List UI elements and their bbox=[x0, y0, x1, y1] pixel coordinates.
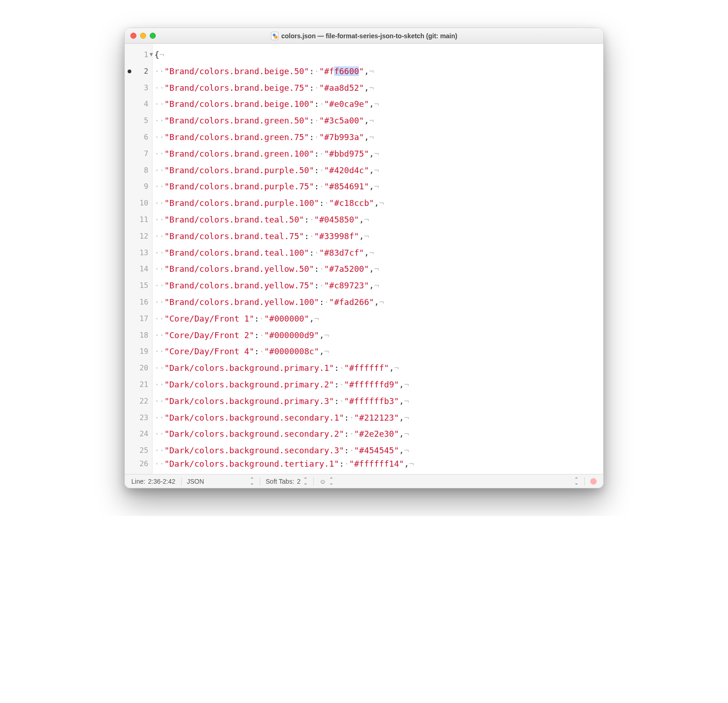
file-icon bbox=[271, 32, 278, 40]
code-area[interactable]: {¬··"Brand/colors.brand.beige.50":·"#ff6… bbox=[153, 44, 603, 474]
line-number[interactable]: 4 bbox=[125, 96, 152, 112]
code-line[interactable]: ··"Brand/colors.brand.beige.100":·"#e0ca… bbox=[153, 96, 603, 112]
line-number[interactable]: 6 bbox=[125, 129, 152, 146]
code-line[interactable]: ··"Core/Day/Front 2":·"#000000d9",¬ bbox=[153, 327, 603, 344]
code-line[interactable]: ··"Brand/colors.brand.teal.50":·"#045850… bbox=[153, 211, 603, 228]
tabs-stepper-icon[interactable]: ⌃⌄ bbox=[303, 478, 308, 485]
line-number[interactable]: 7 bbox=[125, 146, 152, 162]
modified-dot-icon bbox=[128, 70, 131, 73]
line-number[interactable]: 20 bbox=[125, 360, 152, 376]
minimize-icon[interactable] bbox=[140, 33, 146, 39]
line-number[interactable]: 14 bbox=[125, 261, 152, 277]
code-line[interactable]: ··"Dark/colors.background.secondary.3":·… bbox=[153, 442, 603, 459]
line-number[interactable]: 24 bbox=[125, 426, 152, 442]
zoom-icon[interactable] bbox=[150, 33, 156, 39]
line-number[interactable]: 5 bbox=[125, 112, 152, 129]
window-title-text: colors.json — file-format-series-json-to… bbox=[282, 32, 458, 40]
code-line[interactable]: ··"Dark/colors.background.primary.1":·"#… bbox=[153, 360, 603, 376]
code-line[interactable]: {¬ bbox=[153, 47, 603, 63]
line-number[interactable]: 15 bbox=[125, 277, 152, 294]
line-number[interactable]: 1▼ bbox=[125, 47, 152, 63]
code-line[interactable]: ··"Brand/colors.brand.beige.75":·"#aa8d5… bbox=[153, 80, 603, 96]
code-line[interactable]: ··"Dark/colors.background.primary.2":·"#… bbox=[153, 376, 603, 393]
line-number[interactable]: 17 bbox=[125, 310, 152, 327]
code-line[interactable]: ··"Dark/colors.background.secondary.2":·… bbox=[153, 426, 603, 442]
status-line[interactable]: Line: 2:36-2:42 bbox=[129, 475, 178, 488]
code-line[interactable]: ··"Dark/colors.background.tertiary.1":·"… bbox=[153, 459, 603, 470]
code-line[interactable]: ··"Brand/colors.brand.purple.100":·"#c18… bbox=[153, 195, 603, 211]
symbols-icon: ☺ bbox=[319, 478, 326, 485]
line-number[interactable]: 3 bbox=[125, 80, 152, 96]
line-number[interactable]: 2 bbox=[125, 63, 152, 80]
titlebar[interactable]: colors.json — file-format-series-json-to… bbox=[125, 28, 603, 44]
status-right-stepper[interactable]: ⌃⌄ bbox=[571, 475, 581, 488]
editor-window: colors.json — file-format-series-json-to… bbox=[124, 28, 604, 488]
editor-area: 1▼23456789101112131415161718192021222324… bbox=[125, 44, 603, 474]
line-number[interactable]: 10 bbox=[125, 195, 152, 211]
status-tabs[interactable]: Soft Tabs: 2 ⌃⌄ bbox=[263, 475, 311, 488]
record-icon bbox=[590, 478, 597, 485]
status-record[interactable] bbox=[587, 475, 599, 488]
code-line[interactable]: ··"Brand/colors.brand.teal.75":·"#33998f… bbox=[153, 228, 603, 245]
line-number-gutter[interactable]: 1▼23456789101112131415161718192021222324… bbox=[125, 44, 153, 474]
code-line[interactable]: ··"Core/Day/Front 1":·"#000000",¬ bbox=[153, 310, 603, 327]
line-number[interactable]: 22 bbox=[125, 393, 152, 410]
code-line[interactable]: ··"Core/Day/Front 4":·"#0000008c",¬ bbox=[153, 343, 603, 360]
code-line[interactable]: ··"Brand/colors.brand.purple.50":·"#420d… bbox=[153, 162, 603, 179]
code-line[interactable]: ··"Brand/colors.brand.green.100":·"#bbd9… bbox=[153, 146, 603, 162]
line-number[interactable]: 11 bbox=[125, 211, 152, 228]
line-number[interactable]: 9 bbox=[125, 178, 152, 195]
code-line[interactable]: ··"Brand/colors.brand.green.50":·"#3c5a0… bbox=[153, 112, 603, 129]
line-number[interactable]: 8 bbox=[125, 162, 152, 179]
code-line[interactable]: ··"Brand/colors.brand.yellow.100":·"#fad… bbox=[153, 294, 603, 310]
traffic-lights bbox=[130, 33, 156, 39]
syntax-stepper-icon[interactable]: ⌃⌄ bbox=[250, 478, 254, 485]
code-line[interactable]: ··"Brand/colors.brand.green.75":·"#7b993… bbox=[153, 129, 603, 146]
code-line[interactable]: ··"Brand/colors.brand.beige.50":·"#ff660… bbox=[153, 63, 603, 80]
status-symbols[interactable]: ☺ ⌃⌄ bbox=[317, 475, 336, 488]
code-line[interactable]: ··"Dark/colors.background.secondary.1":·… bbox=[153, 410, 603, 426]
status-tabs-value: 2 bbox=[297, 478, 301, 485]
status-bar: Line: 2:36-2:42 JSON ⌃⌄ Soft Tabs: 2 ⌃⌄ … bbox=[125, 474, 603, 488]
symbols-stepper-icon[interactable]: ⌃⌄ bbox=[329, 478, 334, 485]
status-line-value: 2:36-2:42 bbox=[148, 478, 175, 485]
line-number[interactable]: 26 bbox=[125, 459, 152, 470]
code-line[interactable]: ··"Dark/colors.background.primary.3":·"#… bbox=[153, 393, 603, 410]
status-line-label: Line: bbox=[131, 478, 145, 485]
status-syntax-value: JSON bbox=[187, 478, 247, 485]
close-icon[interactable] bbox=[130, 33, 136, 39]
window-title: colors.json — file-format-series-json-to… bbox=[130, 32, 598, 40]
fold-toggle-icon[interactable]: ▼ bbox=[150, 47, 153, 63]
code-line[interactable]: ··"Brand/colors.brand.teal.100":·"#83d7c… bbox=[153, 245, 603, 261]
line-number[interactable]: 25 bbox=[125, 442, 152, 459]
status-tabs-label: Soft Tabs: bbox=[266, 478, 294, 485]
line-number[interactable]: 19 bbox=[125, 343, 152, 360]
line-number[interactable]: 13 bbox=[125, 245, 152, 261]
line-number[interactable]: 21 bbox=[125, 376, 152, 393]
line-number[interactable]: 18 bbox=[125, 327, 152, 344]
code-line[interactable]: ··"Brand/colors.brand.yellow.75":·"#c897… bbox=[153, 277, 603, 294]
status-syntax[interactable]: JSON ⌃⌄ bbox=[184, 475, 257, 488]
line-number[interactable]: 16 bbox=[125, 294, 152, 310]
code-line[interactable]: ··"Brand/colors.brand.purple.75":·"#8546… bbox=[153, 178, 603, 195]
code-line[interactable]: ··"Brand/colors.brand.yellow.50":·"#7a52… bbox=[153, 261, 603, 277]
right-stepper-icon[interactable]: ⌃⌄ bbox=[574, 478, 579, 485]
line-number[interactable]: 23 bbox=[125, 410, 152, 426]
line-number[interactable]: 12 bbox=[125, 228, 152, 245]
